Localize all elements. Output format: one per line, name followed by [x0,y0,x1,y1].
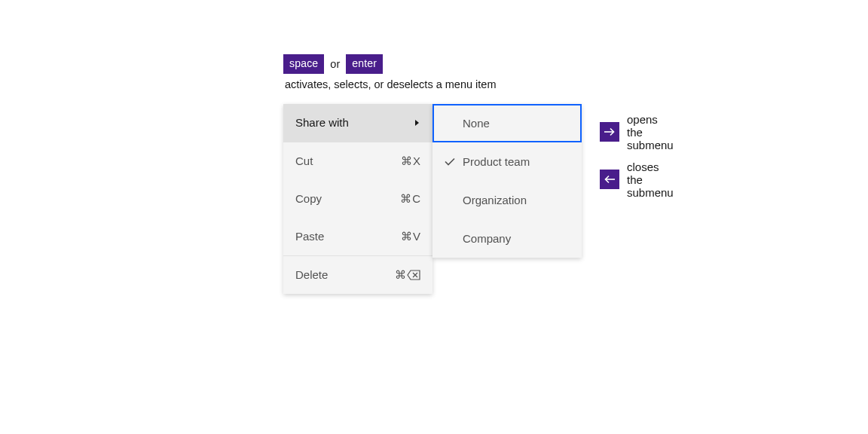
checkmark-icon [445,157,455,166]
menu-item-cut[interactable]: Cut ⌘X [283,142,432,180]
shortcut: ⌘V [401,230,420,243]
annotation-label: closes the submenu [627,160,674,199]
or-text: or [330,58,340,70]
menu-item-share-with[interactable]: Share with [283,104,432,142]
context-menu: Share with Cut ⌘X Copy ⌘C Paste ⌘V [283,104,432,294]
key-hint-description: activates, selects, or deselects a menu … [285,78,496,90]
menu-item-label: Paste [295,230,324,243]
check-slot [445,157,463,166]
cmd-icon: ⌘ [401,154,412,168]
annotation-opens: opens the submenu [600,113,674,151]
cmd-icon: ⌘ [400,192,411,206]
arrow-left-key-chip [600,170,619,189]
submenu: None Product team Organization Company [432,104,582,258]
menu-item-label: Share with [295,116,349,129]
submenu-item-label: Product team [463,155,530,168]
shortcut-key: V [413,230,420,243]
shortcut: ⌘C [400,192,420,206]
shortcut-key: C [412,192,420,205]
menu-item-label: Copy [295,192,322,205]
cmd-icon: ⌘ [401,230,412,243]
menu-item-paste[interactable]: Paste ⌘V [283,218,432,255]
enter-key-chip: enter [346,54,383,74]
submenu-item-product-team[interactable]: Product team [432,142,582,181]
submenu-item-label: Organization [463,194,527,206]
chevron-right-icon [415,120,419,126]
arrow-left-icon [604,174,616,185]
submenu-item-none[interactable]: None [432,104,582,142]
arrow-right-key-chip [600,122,619,142]
keyboard-interaction-example: space or enter activates, selects, or de… [283,54,496,104]
submenu-annotations: opens the submenu closes the submenu [600,113,674,208]
menu-item-label: Delete [295,268,328,281]
annotation-closes: closes the submenu [600,160,674,199]
shortcut: ⌘ [395,268,420,282]
key-hint-row: space or enter [283,54,496,74]
menu-item-delete[interactable]: Delete ⌘ [283,256,432,294]
submenu-item-label: Company [463,232,511,245]
arrow-right-icon [604,127,616,137]
shortcut: ⌘X [401,154,420,168]
annotation-label: opens the submenu [627,113,674,151]
submenu-item-organization[interactable]: Organization [432,181,582,219]
cmd-icon: ⌘ [395,268,406,282]
submenu-item-label: None [463,117,490,130]
backspace-icon [407,270,420,280]
menu-item-copy[interactable]: Copy ⌘C [283,180,432,218]
menu-item-label: Cut [295,154,313,167]
space-key-chip: space [283,54,324,74]
shortcut-key: X [413,154,420,167]
submenu-item-company[interactable]: Company [432,219,582,258]
